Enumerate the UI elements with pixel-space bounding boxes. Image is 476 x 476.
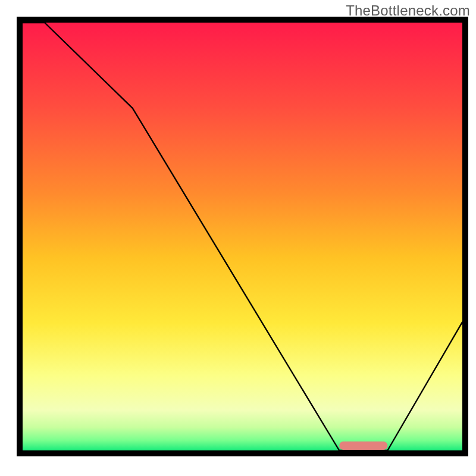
- plot-background: [20, 20, 465, 453]
- chart-frame: TheBottleneck.com: [0, 0, 476, 476]
- watermark-text: TheBottleneck.com: [346, 2, 470, 19]
- plot-area: [20, 20, 465, 453]
- bottleneck-chart: [0, 0, 476, 476]
- optimum-range-marker: [339, 441, 387, 450]
